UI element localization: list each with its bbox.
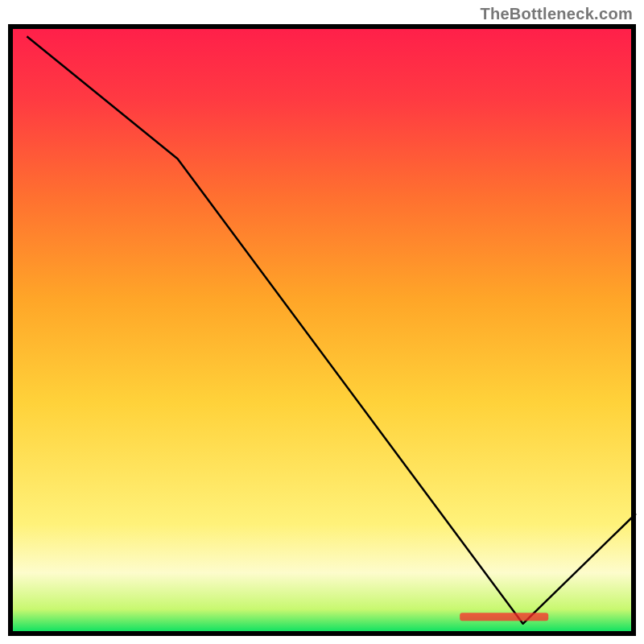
plot-background (10, 27, 634, 634)
svg-rect-0 (460, 613, 548, 621)
bottleneck-chart (0, 0, 644, 644)
chart-stage: TheBottleneck.com (0, 0, 644, 644)
annotation (460, 613, 548, 621)
